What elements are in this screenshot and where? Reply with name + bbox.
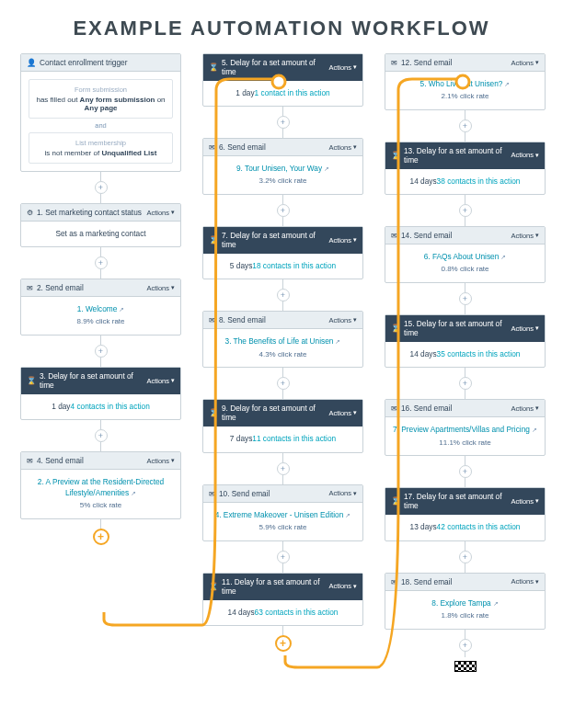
actions-menu[interactable]: Actions xyxy=(328,143,357,152)
email-link[interactable]: 3. The Benefits of Life at Unisen xyxy=(225,336,334,346)
add-node[interactable]: + xyxy=(95,345,108,358)
add-node-highlighted[interactable]: + xyxy=(275,635,292,652)
add-node-highlighted[interactable]: + xyxy=(93,529,109,545)
add-node[interactable]: + xyxy=(459,119,472,132)
contacts-in-action[interactable]: 1 contact in this action xyxy=(255,88,330,97)
external-icon: ↗ xyxy=(119,306,124,313)
actions-menu[interactable]: Actions xyxy=(328,63,357,72)
workflow-step-card[interactable]: ✉6. Send emailActions9. Tour Unisen, You… xyxy=(202,138,363,195)
actions-menu[interactable]: Actions xyxy=(328,316,357,324)
workflow-step-card[interactable]: ⌛7. Delay for a set amount of timeAction… xyxy=(202,226,363,279)
contacts-in-action[interactable]: 42 contacts in this action xyxy=(437,522,521,531)
enrollment-trigger-card[interactable]: 👤 Contact enrollment trigger Form submis… xyxy=(20,53,181,172)
delay-duration: 1 day xyxy=(236,88,254,97)
connector: + xyxy=(385,456,546,487)
actions-menu[interactable]: Actions xyxy=(328,489,357,497)
actions-menu[interactable]: Actions xyxy=(511,59,539,67)
workflow-step-card[interactable]: ✉14. Send emailActions6. FAQs About Unis… xyxy=(385,226,546,283)
actions-menu[interactable]: Actions xyxy=(146,209,175,217)
actions-menu[interactable]: Actions xyxy=(511,232,539,240)
step-header: ✉6. Send emailActions xyxy=(203,139,362,156)
email-link[interactable]: 9. Tour Unisen, Your Way xyxy=(236,164,322,173)
add-node[interactable]: + xyxy=(459,639,472,652)
email-icon: ✉ xyxy=(209,489,215,498)
step-header: ⌛7. Delay for a set amount of timeAction… xyxy=(203,227,362,254)
email-link[interactable]: 8. Explore Tampa xyxy=(431,598,490,608)
actions-menu[interactable]: Actions xyxy=(146,284,175,292)
add-node[interactable]: + xyxy=(459,465,472,478)
step-title: 14. Send email xyxy=(401,231,507,240)
actions-menu[interactable]: Actions xyxy=(511,497,539,506)
workflow-step-card[interactable]: ⚙1. Set marketing contact statusActionsS… xyxy=(20,203,181,247)
workflow-step-card[interactable]: ✉4. Send emailActions2. A Preview at the… xyxy=(20,451,181,518)
workflow-step-card[interactable]: ✉12. Send emailActions5. Who Lives at Un… xyxy=(385,53,546,110)
step-header: ⌛3. Delay for a set amount of timeAction… xyxy=(21,368,180,394)
contacts-in-action[interactable]: 35 contacts in this action xyxy=(437,349,521,358)
workflow-step-card[interactable]: ⌛17. Delay for a set amount of timeActio… xyxy=(385,487,546,540)
connector: + xyxy=(202,368,363,399)
email-link[interactable]: 4. Extreme Makeover - Unisen Edition xyxy=(215,510,344,519)
actions-menu[interactable]: Actions xyxy=(511,577,539,586)
step-body: 8. Explore Tampa↗1.8% click rate xyxy=(385,591,545,629)
contacts-in-action[interactable]: 11 contacts in this action xyxy=(252,434,336,443)
workflow-step-card[interactable]: ⌛13. Delay for a set amount of timeActio… xyxy=(385,142,546,195)
add-node[interactable]: + xyxy=(277,204,290,217)
actions-menu[interactable]: Actions xyxy=(511,404,539,413)
delay-duration: 5 days xyxy=(230,261,252,270)
add-node[interactable]: + xyxy=(277,377,290,390)
workflow-step-card[interactable]: ⌛3. Delay for a set amount of timeAction… xyxy=(20,367,181,420)
connector: + xyxy=(202,626,363,652)
actions-menu[interactable]: Actions xyxy=(146,457,175,465)
actions-menu[interactable]: Actions xyxy=(146,377,175,385)
step-body: 7. Preview Apartments/Villas and Pricing… xyxy=(385,417,545,455)
actions-menu[interactable]: Actions xyxy=(328,582,357,590)
add-node[interactable]: + xyxy=(95,181,108,194)
actions-menu[interactable]: Actions xyxy=(511,151,539,159)
email-link[interactable]: 6. FAQs About Unisen xyxy=(424,252,500,261)
trigger-form-box[interactable]: Form submission has filled out Any form … xyxy=(29,79,173,119)
workflow-step-card[interactable]: ✉16. Send emailActions7. Preview Apartme… xyxy=(385,399,546,456)
actions-menu[interactable]: Actions xyxy=(328,409,357,417)
workflow-step-card[interactable]: ✉10. Send emailActions4. Extreme Makeove… xyxy=(202,484,363,541)
workflow-step-card[interactable]: ✉8. Send emailActions3. The Benefits of … xyxy=(202,311,363,368)
workflow-step-card[interactable]: ⌛11. Delay for a set amount of timeActio… xyxy=(202,573,363,626)
delay-icon: ⌛ xyxy=(391,324,400,333)
delay-icon: ⌛ xyxy=(27,376,36,385)
contacts-in-action[interactable]: 63 contacts in this action xyxy=(255,608,339,617)
workflow-step-card[interactable]: ⌛15. Delay for a set amount of timeActio… xyxy=(385,314,546,368)
add-node[interactable]: + xyxy=(459,292,472,305)
workflow-step-card[interactable]: ✉18. Send emailActions8. Explore Tampa↗1… xyxy=(385,573,546,630)
click-rate: 4.3% click rate xyxy=(209,350,357,360)
trigger-title: Contact enrollment trigger xyxy=(40,58,175,67)
step-header: ✉18. Send emailActions xyxy=(385,574,545,591)
add-node[interactable]: + xyxy=(277,116,290,129)
add-node[interactable]: + xyxy=(459,551,472,563)
email-link[interactable]: 5. Who Lives at Unisen? xyxy=(420,79,503,88)
add-node[interactable]: + xyxy=(459,377,472,390)
step-title: 17. Delay for a set amount of time xyxy=(404,492,507,510)
email-link[interactable]: 7. Preview Apartments/Villas and Pricing xyxy=(393,425,530,434)
contacts-in-action[interactable]: 4 contacts in this action xyxy=(71,402,150,411)
add-node[interactable]: + xyxy=(95,256,108,269)
actions-menu[interactable]: Actions xyxy=(328,236,357,245)
email-icon: ✉ xyxy=(391,577,397,586)
workflow-step-card[interactable]: ⌛9. Delay for a set amount of timeAction… xyxy=(202,399,363,452)
workflow-step-card[interactable]: ⌛5. Delay for a set amount of timeAction… xyxy=(202,53,363,107)
trigger-list-box[interactable]: List membership is not member of Unquali… xyxy=(29,132,173,164)
contacts-in-action[interactable]: 18 contacts in this action xyxy=(252,261,336,270)
actions-menu[interactable]: Actions xyxy=(511,324,539,333)
email-link[interactable]: 1. Welcome xyxy=(77,304,118,313)
connector: + xyxy=(202,279,363,311)
step-body: 14 days63 contacts in this action xyxy=(203,600,362,625)
contacts-in-action[interactable]: 38 contacts in this action xyxy=(437,176,521,186)
add-node[interactable]: + xyxy=(277,289,290,301)
step-title: 8. Send email xyxy=(219,315,325,324)
workflow-step-card[interactable]: ✉2. Send emailActions1. Welcome↗8.9% cli… xyxy=(20,279,181,336)
add-node[interactable]: + xyxy=(95,429,108,442)
add-node[interactable]: + xyxy=(277,551,290,563)
step-title: 12. Send email xyxy=(401,58,507,67)
external-icon: ↗ xyxy=(131,490,136,496)
email-link[interactable]: 2. A Preview at the Resident-Directed Li… xyxy=(38,477,164,496)
add-node[interactable]: + xyxy=(459,204,472,217)
add-node[interactable]: + xyxy=(277,462,290,475)
